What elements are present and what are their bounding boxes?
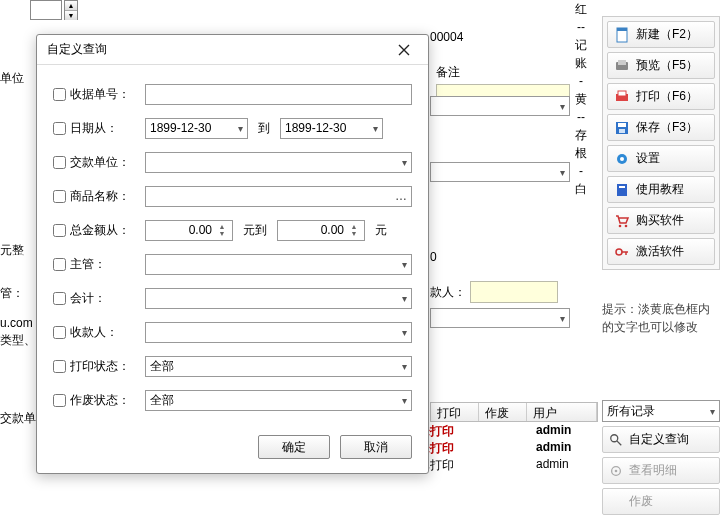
- amount-to-input[interactable]: 0.00 ▲▼: [277, 220, 365, 241]
- tutorial-label: 使用教程: [636, 181, 684, 198]
- top-num-input[interactable]: [30, 0, 62, 20]
- settings-label: 设置: [636, 150, 660, 167]
- tutorial-button[interactable]: 使用教程: [607, 176, 715, 203]
- buy-label: 购买软件: [636, 212, 684, 229]
- chk-payee[interactable]: 收款人：: [53, 324, 139, 341]
- chevron-down-icon: ▾: [402, 293, 407, 304]
- chk-payer-unit[interactable]: 交款单位：: [53, 154, 139, 171]
- amount-suffix: 元: [371, 222, 391, 239]
- cell-user: admin: [530, 423, 590, 440]
- custom-query-button[interactable]: 自定义查询: [602, 426, 720, 453]
- save-icon: [614, 120, 630, 136]
- close-icon: [398, 44, 410, 56]
- receipt-no-input[interactable]: [145, 84, 412, 105]
- book-icon: [614, 182, 630, 198]
- print-label: 打印（F6）: [636, 88, 698, 105]
- table-row[interactable]: 未打印 admin: [412, 440, 590, 457]
- svg-rect-11: [617, 184, 627, 196]
- custom-query-dialog: 自定义查询 收据单号： 日期从： 1899-12-30▾ 到 1899-12-3…: [36, 34, 429, 474]
- void-button[interactable]: 作废: [602, 488, 720, 515]
- chevron-down-icon: ▾: [238, 123, 243, 134]
- svg-point-13: [619, 224, 622, 227]
- left-yuanzheng: 元整: [0, 240, 24, 261]
- unit-label: 单位: [0, 68, 24, 89]
- chk-amount[interactable]: 总金额从：: [53, 222, 139, 239]
- cancel-button[interactable]: 取消: [340, 435, 412, 459]
- right-toolbar: 新建（F2） 预览（F5） 打印（F6） 保存（F3） 设置 使用教程 购买软件: [602, 16, 720, 270]
- chk-product[interactable]: 商品名称：: [53, 188, 139, 205]
- top-spinner[interactable]: ▲▼: [64, 0, 78, 20]
- chevron-down-icon: ▾: [710, 406, 715, 417]
- hint-text: 提示：淡黄底色框内的文字也可以修改: [602, 300, 720, 336]
- records-filter-label: 所有记录: [607, 403, 655, 420]
- payer-unit-combo[interactable]: ▾: [145, 152, 412, 173]
- chevron-down-icon: ▾: [402, 259, 407, 270]
- activate-button[interactable]: 激活软件: [607, 238, 715, 265]
- gear-icon: [614, 151, 630, 167]
- payee-combo[interactable]: ▾: [145, 322, 412, 343]
- date-to-input[interactable]: 1899-12-30▾: [280, 118, 383, 139]
- chevron-down-icon: ▾: [402, 395, 407, 406]
- print-status-combo[interactable]: 全部▾: [145, 356, 412, 377]
- ok-button[interactable]: 确定: [258, 435, 330, 459]
- view-detail-button[interactable]: 查看明细: [602, 457, 720, 484]
- chk-print-status[interactable]: 打印状态：: [53, 358, 139, 375]
- bg-combo-2[interactable]: ▾: [430, 162, 570, 182]
- th-void[interactable]: 作废: [479, 403, 527, 421]
- chk-date[interactable]: 日期从：: [53, 120, 139, 137]
- svg-point-18: [615, 469, 618, 472]
- table-row[interactable]: 已打印 admin: [412, 457, 590, 474]
- magnifier-icon: [609, 433, 623, 447]
- spinner-icon[interactable]: ▲▼: [348, 223, 360, 237]
- payee-bg-label: 款人：: [430, 284, 466, 301]
- svg-rect-3: [618, 60, 626, 65]
- product-browse[interactable]: …: [145, 186, 412, 207]
- director-combo[interactable]: ▾: [145, 254, 412, 275]
- preview-button[interactable]: 预览（F5）: [607, 52, 715, 79]
- date-from-input[interactable]: 1899-12-30▾: [145, 118, 248, 139]
- settings-button[interactable]: 设置: [607, 145, 715, 172]
- date-to-label: 到: [254, 120, 274, 137]
- chk-void-status[interactable]: 作废状态：: [53, 392, 139, 409]
- th-user[interactable]: 用户: [527, 403, 597, 421]
- new-button[interactable]: 新建（F2）: [607, 21, 715, 48]
- svg-rect-5: [618, 91, 626, 96]
- preview-icon: [614, 58, 630, 74]
- table-row[interactable]: 未打印 admin: [412, 423, 590, 440]
- bg-combo-3[interactable]: ▾: [430, 308, 570, 328]
- save-button[interactable]: 保存（F3）: [607, 114, 715, 141]
- amount-from-input[interactable]: 0.00 ▲▼: [145, 220, 233, 241]
- close-button[interactable]: [390, 39, 418, 61]
- buy-button[interactable]: 购买软件: [607, 207, 715, 234]
- bg-combo-1[interactable]: ▾: [430, 96, 570, 116]
- payee-bg-input[interactable]: [470, 281, 558, 303]
- chk-accountant[interactable]: 会计：: [53, 290, 139, 307]
- chk-director[interactable]: 主管：: [53, 256, 139, 273]
- vertical-text: 红--记账-黄--存根-白: [572, 0, 590, 198]
- new-label: 新建（F2）: [636, 26, 698, 43]
- docno-partial: 00004: [430, 30, 463, 44]
- dialog-title: 自定义查询: [47, 41, 107, 58]
- svg-point-10: [620, 157, 624, 161]
- th-print[interactable]: 打印: [431, 403, 479, 421]
- chevron-down-icon: ▾: [402, 327, 407, 338]
- doc-icon: [614, 27, 630, 43]
- svg-rect-7: [618, 123, 626, 127]
- svg-point-16: [611, 434, 618, 441]
- svg-point-14: [625, 224, 628, 227]
- void-status-combo[interactable]: 全部▾: [145, 390, 412, 411]
- left-guan: 管：: [0, 283, 24, 304]
- detail-icon: [609, 464, 623, 478]
- save-label: 保存（F3）: [636, 119, 698, 136]
- remark-label: 备注: [436, 64, 570, 84]
- chevron-down-icon: ▾: [402, 157, 407, 168]
- svg-rect-12: [619, 186, 625, 188]
- print-icon: [614, 89, 630, 105]
- print-button[interactable]: 打印（F6）: [607, 83, 715, 110]
- spinner-icon[interactable]: ▲▼: [216, 223, 228, 237]
- chk-receipt-no[interactable]: 收据单号：: [53, 86, 139, 103]
- accountant-combo[interactable]: ▾: [145, 288, 412, 309]
- records-filter-combo[interactable]: 所有记录 ▾: [602, 400, 720, 422]
- svg-rect-8: [619, 129, 625, 133]
- chevron-down-icon: ▾: [373, 123, 378, 134]
